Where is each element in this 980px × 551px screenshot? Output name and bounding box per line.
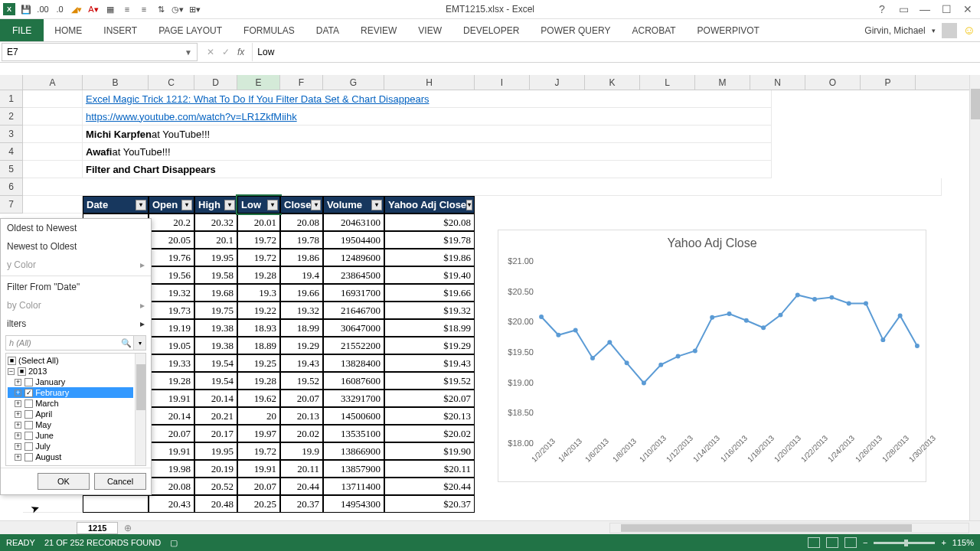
data-cell[interactable]: 12489600 (323, 249, 384, 266)
save-icon[interactable]: 💾 (20, 3, 32, 15)
data-cell[interactable]: 19.58 (194, 266, 237, 284)
tree-march[interactable]: + March (8, 398, 133, 409)
fill-color-icon[interactable]: ◢▾ (70, 3, 83, 15)
sort-by-color[interactable]: y Color▸ (1, 256, 151, 274)
data-cell[interactable]: $19.32 (384, 302, 475, 319)
col-header-M[interactable]: M (695, 75, 750, 90)
name-box[interactable]: E7 ▼ (2, 43, 198, 61)
data-cell[interactable]: 19.75 (194, 302, 237, 319)
view-pagebreak-icon[interactable] (844, 537, 857, 548)
chart-yahoo-adj-close[interactable]: Yahoo Adj Close $18.00$18.50$19.00$19.50… (498, 230, 926, 482)
col-header-F[interactable]: F (280, 75, 323, 90)
tab-home[interactable]: HOME (44, 19, 93, 41)
data-cell[interactable]: 19.72 (237, 249, 280, 266)
data-cell[interactable]: $19.43 (384, 354, 475, 372)
sort-newest-oldest[interactable]: Newest to Oldest (1, 237, 151, 256)
search-dropdown-icon[interactable]: ▾ (133, 336, 145, 350)
data-cell[interactable]: 20.05 (149, 231, 194, 249)
indent-increase-icon[interactable]: ≡ (138, 3, 150, 15)
data-cell[interactable]: 16087600 (323, 372, 384, 390)
table-header-yahoo-adj-close[interactable]: Yahoo Adj Close▾ (384, 196, 475, 214)
data-cell[interactable]: 20 (237, 407, 280, 425)
data-cell[interactable]: 13711400 (323, 478, 384, 495)
sheet-tab[interactable]: 1215 (77, 522, 118, 534)
data-cell[interactable]: 20.52 (194, 478, 237, 495)
data-cell[interactable]: 20.44 (280, 478, 323, 495)
cancel-formula-icon[interactable]: ✕ (207, 47, 214, 57)
credit-1[interactable]: Michi Karpfen at YouTube!!! (83, 126, 772, 143)
data-cell[interactable]: 19.32 (280, 302, 323, 319)
data-cell[interactable]: 20.48 (194, 495, 237, 513)
filter-search[interactable]: 🔍 ▾ (5, 335, 146, 350)
data-cell[interactable]: $19.90 (384, 442, 475, 460)
cell[interactable] (23, 161, 83, 178)
feedback-icon[interactable]: ☺ (963, 24, 975, 37)
data-cell[interactable]: 20.07 (149, 425, 194, 442)
data-cell[interactable]: 13866900 (323, 442, 384, 460)
indent-decrease-icon[interactable]: ≡ (121, 3, 133, 15)
data-cell[interactable]: 19.56 (149, 266, 194, 284)
data-cell[interactable]: 33291700 (323, 390, 384, 407)
tree-july[interactable]: + July (8, 441, 133, 452)
filter-tree[interactable]: ■ (Select All)−■ 2013 + January +✓ Febru… (5, 353, 146, 466)
date-filters[interactable]: ilters▸ (1, 315, 151, 333)
data-cell[interactable]: 19.3 (237, 284, 280, 302)
data-cell[interactable]: 19504400 (323, 231, 384, 249)
data-cell[interactable]: 13535100 (323, 425, 384, 442)
cell[interactable] (23, 90, 83, 108)
data-cell[interactable]: 19.32 (149, 284, 194, 302)
data-cell[interactable]: 20.37 (280, 495, 323, 513)
data-cell[interactable]: $19.29 (384, 337, 475, 354)
data-cell[interactable]: 19.19 (149, 319, 194, 337)
data-cell[interactable]: 19.97 (237, 425, 280, 442)
heading[interactable]: Filter and Chart Disappears (83, 161, 772, 178)
cell[interactable] (23, 143, 83, 161)
data-cell[interactable]: 19.91 (237, 460, 280, 478)
data-cell[interactable]: 21552200 (323, 337, 384, 354)
tab-power-query[interactable]: POWER QUERY (530, 19, 621, 41)
tab-view[interactable]: VIEW (407, 19, 452, 41)
data-cell[interactable]: 20.13 (280, 407, 323, 425)
data-cell[interactable]: 20.17 (194, 425, 237, 442)
data-cell[interactable]: 20.08 (280, 214, 323, 231)
macro-record-icon[interactable]: ▢ (170, 538, 178, 548)
data-cell[interactable]: $19.78 (384, 231, 475, 249)
cell[interactable] (23, 126, 83, 143)
tab-file[interactable]: FILE (0, 19, 44, 41)
col-header-A[interactable]: A (23, 75, 83, 90)
data-cell[interactable]: 18.99 (280, 319, 323, 337)
data-cell[interactable]: 20.02 (280, 425, 323, 442)
data-cell[interactable]: 19.28 (149, 372, 194, 390)
cell[interactable] (23, 178, 942, 196)
data-cell[interactable]: $20.37 (384, 495, 475, 513)
data-cell[interactable]: 20.43 (149, 495, 194, 513)
data-cell[interactable]: 20.14 (194, 390, 237, 407)
tree-scrollbar[interactable] (135, 354, 145, 465)
maximize-icon[interactable]: ☐ (939, 2, 954, 17)
tab-powerpivot[interactable]: POWERPIVOT (687, 19, 770, 41)
data-cell[interactable]: 19.52 (280, 372, 323, 390)
zoom-in-icon[interactable]: + (941, 538, 946, 547)
row-header-3[interactable]: 3 (0, 126, 23, 143)
data-cell[interactable]: $20.11 (384, 460, 475, 478)
view-layout-icon[interactable] (826, 537, 838, 548)
zoom-level[interactable]: 115% (952, 538, 974, 547)
data-cell[interactable]: 19.78 (280, 231, 323, 249)
link-trick[interactable]: Excel Magic Trick 1212: What To Do If Yo… (83, 90, 772, 108)
data-cell[interactable]: 19.73 (149, 302, 194, 319)
col-header-L[interactable]: L (640, 75, 695, 90)
data-cell[interactable]: $19.86 (384, 249, 475, 266)
formula-input[interactable]: Low (252, 43, 980, 61)
row-header-4[interactable]: 4 (0, 143, 23, 161)
borders-icon[interactable]: ▦ (104, 3, 116, 15)
search-icon[interactable]: 🔍 (119, 338, 133, 348)
data-cell[interactable]: 19.62 (237, 390, 280, 407)
row-header-2[interactable]: 2 (0, 108, 23, 126)
col-header-E[interactable]: E (237, 75, 280, 90)
select-all-corner[interactable] (0, 75, 23, 90)
data-cell[interactable]: 19.28 (237, 372, 280, 390)
merge-icon[interactable]: ⊞▾ (188, 3, 201, 15)
data-cell[interactable]: 20.2 (149, 214, 194, 231)
credit-2[interactable]: Awafi at YouTube!!! (83, 143, 772, 161)
tab-formulas[interactable]: FORMULAS (233, 19, 305, 41)
